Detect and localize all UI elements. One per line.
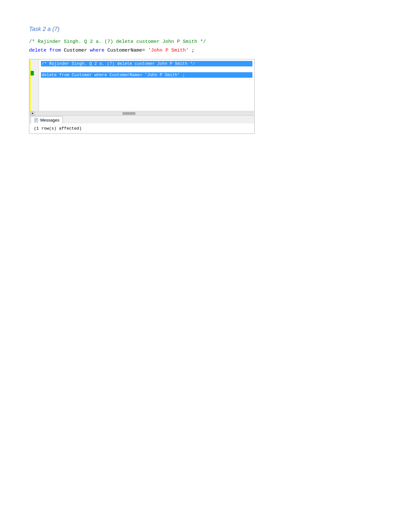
messages-body: (1 row(s) affected) <box>29 123 254 133</box>
messages-tab-label: Messages <box>40 118 59 123</box>
table-name: Customer <box>64 48 90 53</box>
semicolon: ; <box>191 48 194 53</box>
horizontal-scrollbar[interactable]: ◄ <box>29 111 254 115</box>
where-keyword: where <box>90 48 107 53</box>
sql-display: delete from Customer where CustomerName=… <box>29 48 382 53</box>
editor-from: from <box>59 73 72 77</box>
editor-comment: /* Rajinder Singh. Q 2 a. (7) delete cus… <box>42 61 195 66</box>
svg-rect-1 <box>35 119 37 120</box>
svg-rect-2 <box>35 120 37 121</box>
editor-selected-comment-line: /* Rajinder Singh. Q 2 a. (7) delete cus… <box>41 61 252 66</box>
editor-gutter <box>29 59 39 111</box>
editor-empty-line <box>41 67 252 72</box>
sql-editor: /* Rajinder Singh. Q 2 a. (7) delete cus… <box>29 59 255 134</box>
condition-value: 'John P Smith' <box>148 48 189 53</box>
editor-where: where <box>94 73 107 77</box>
messages-tab[interactable]: Messages <box>31 116 63 123</box>
gutter-green-indicator <box>31 71 34 75</box>
scroll-left-button[interactable]: ◄ <box>30 112 34 115</box>
messages-icon <box>34 118 39 123</box>
condition-field: CustomerName= <box>107 48 145 53</box>
gutter-yellow-bar <box>29 59 31 111</box>
scroll-thumb[interactable] <box>122 112 135 115</box>
editor-delete: delete <box>42 73 57 77</box>
delete-keyword: delete <box>29 48 46 53</box>
messages-tab-bar: Messages <box>29 115 254 123</box>
editor-value: 'John P Smith' <box>145 73 180 77</box>
comment-text: /* Rajinder Singh. Q 2 a. (7) delete cus… <box>29 39 206 44</box>
editor-condition: CustomerName= <box>110 73 142 77</box>
result-text: (1 row(s) affected) <box>34 126 82 131</box>
editor-customer: Customer <box>72 73 94 77</box>
svg-rect-3 <box>35 121 36 122</box>
editor-content[interactable]: /* Rajinder Singh. Q 2 a. (7) delete cus… <box>39 59 254 111</box>
editor-body: /* Rajinder Singh. Q 2 a. (7) delete cus… <box>29 59 254 111</box>
editor-semi: ; <box>182 73 185 77</box>
scroll-track[interactable] <box>35 112 253 115</box>
from-keyword: from <box>49 48 64 53</box>
editor-selected-sql-line: delete from Customer where CustomerName=… <box>41 72 252 78</box>
comment-display: /* Rajinder Singh. Q 2 a. (7) delete cus… <box>29 39 382 44</box>
task-heading: Task 2 a (7) <box>29 26 382 33</box>
